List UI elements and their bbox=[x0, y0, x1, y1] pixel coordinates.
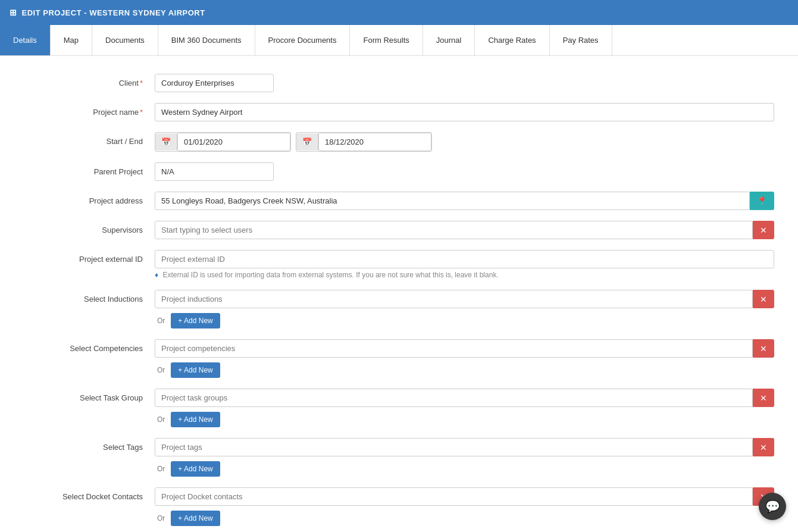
tab-pay-rates[interactable]: Pay Rates bbox=[550, 25, 612, 55]
chat-icon: 💬 bbox=[765, 499, 780, 514]
tab-documents[interactable]: Documents bbox=[92, 25, 158, 55]
end-date-input[interactable] bbox=[318, 133, 431, 151]
competencies-add-new-button[interactable]: + Add New bbox=[171, 362, 220, 378]
tags-input[interactable] bbox=[155, 438, 753, 456]
tags-control: ✕ Or + Add New bbox=[155, 438, 774, 477]
docket-contacts-select-wrap: ✕ bbox=[155, 487, 774, 506]
parent-project-control bbox=[155, 162, 774, 181]
select-task-group-row: Select Task Group ✕ Or + Add New bbox=[24, 389, 774, 427]
supervisors-row: Supervisors ✕ bbox=[24, 221, 774, 239]
task-group-input[interactable] bbox=[155, 389, 753, 407]
tags-clear-button[interactable]: ✕ bbox=[753, 438, 774, 456]
project-external-id-label: Project external ID bbox=[24, 250, 155, 264]
tab-details[interactable]: Details bbox=[0, 25, 51, 55]
info-icon: ♦ bbox=[155, 271, 158, 279]
supervisors-select-wrap: ✕ bbox=[155, 221, 774, 239]
inductions-clear-button[interactable]: ✕ bbox=[753, 290, 774, 308]
select-inductions-row: Select Inductions ✕ Or + Add New bbox=[24, 290, 774, 328]
competencies-or-text: Or bbox=[157, 366, 165, 374]
select-docket-contacts-row: Select Docket Contacts ✕ Or + Add New bbox=[24, 487, 774, 526]
project-external-id-input[interactable] bbox=[155, 250, 774, 268]
task-group-select-wrap: ✕ bbox=[155, 389, 774, 407]
tab-form-results[interactable]: Form Results bbox=[350, 25, 423, 55]
tags-or-text: Or bbox=[157, 465, 165, 473]
tags-add-row: Or + Add New bbox=[155, 461, 774, 477]
competencies-add-row: Or + Add New bbox=[155, 362, 774, 378]
parent-project-row: Parent Project bbox=[24, 162, 774, 181]
header-title: EDIT PROJECT - WESTERN SYDNEY AIRPORT bbox=[22, 8, 205, 17]
docket-contacts-add-row: Or + Add New bbox=[155, 511, 774, 526]
inductions-or-text: Or bbox=[157, 317, 165, 325]
tags-select-wrap: ✕ bbox=[155, 438, 774, 456]
project-address-input[interactable] bbox=[155, 192, 750, 210]
client-row: Client* bbox=[24, 74, 774, 92]
project-external-id-row: Project external ID ♦ External ID is use… bbox=[24, 250, 774, 279]
start-date-input[interactable] bbox=[177, 133, 290, 151]
supervisors-clear-button[interactable]: ✕ bbox=[753, 221, 774, 239]
inductions-input[interactable] bbox=[155, 290, 753, 308]
end-date-icon-btn[interactable]: 📅 bbox=[296, 133, 318, 151]
supervisors-control: ✕ bbox=[155, 221, 774, 239]
main-content: Client* Project name* Start / End 📅 📅 bbox=[0, 56, 798, 532]
start-end-control: 📅 📅 bbox=[155, 132, 774, 152]
task-group-control: ✕ Or + Add New bbox=[155, 389, 774, 427]
grid-icon: ⊞ bbox=[10, 8, 17, 17]
select-competencies-row: Select Competencies ✕ Or + Add New bbox=[24, 339, 774, 378]
external-id-help: ♦ External ID is used for importing data… bbox=[155, 271, 774, 279]
select-inductions-label: Select Inductions bbox=[24, 290, 155, 303]
select-task-group-label: Select Task Group bbox=[24, 389, 155, 402]
tab-bim360[interactable]: BIM 360 Documents bbox=[158, 25, 255, 55]
task-group-clear-button[interactable]: ✕ bbox=[753, 389, 774, 407]
select-tags-label: Select Tags bbox=[24, 438, 155, 452]
end-date-wrap: 📅 bbox=[296, 132, 432, 152]
supervisors-input[interactable] bbox=[155, 221, 753, 239]
tab-bar: Details Map Documents BIM 360 Documents … bbox=[0, 25, 798, 56]
start-end-label: Start / End bbox=[24, 132, 155, 146]
inductions-control: ✕ Or + Add New bbox=[155, 290, 774, 328]
select-tags-row: Select Tags ✕ Or + Add New bbox=[24, 438, 774, 477]
start-date-icon-btn[interactable]: 📅 bbox=[155, 133, 177, 151]
app-header: ⊞ EDIT PROJECT - WESTERN SYDNEY AIRPORT bbox=[0, 0, 798, 25]
docket-contacts-input[interactable] bbox=[155, 487, 753, 506]
tags-add-new-button[interactable]: + Add New bbox=[171, 461, 220, 477]
select-docket-contacts-label: Select Docket Contacts bbox=[24, 487, 155, 501]
competencies-clear-button[interactable]: ✕ bbox=[753, 339, 774, 358]
project-name-label: Project name* bbox=[24, 103, 155, 117]
docket-contacts-control: ✕ Or + Add New bbox=[155, 487, 774, 526]
start-date-wrap: 📅 bbox=[155, 132, 291, 152]
tab-journal[interactable]: Journal bbox=[423, 25, 475, 55]
inductions-add-new-button[interactable]: + Add New bbox=[171, 313, 220, 328]
docket-contacts-or-text: Or bbox=[157, 514, 165, 522]
parent-project-label: Parent Project bbox=[24, 162, 155, 176]
supervisors-label: Supervisors bbox=[24, 221, 155, 234]
project-name-input[interactable] bbox=[155, 103, 774, 121]
task-group-add-new-button[interactable]: + Add New bbox=[171, 412, 220, 427]
start-end-row: Start / End 📅 📅 bbox=[24, 132, 774, 152]
tab-map[interactable]: Map bbox=[51, 25, 92, 55]
parent-project-input[interactable] bbox=[155, 162, 274, 181]
competencies-select-wrap: ✕ bbox=[155, 339, 774, 358]
map-pin-button[interactable]: 📍 bbox=[750, 192, 774, 210]
competencies-control: ✕ Or + Add New bbox=[155, 339, 774, 378]
client-required: * bbox=[140, 79, 143, 87]
tab-procore[interactable]: Procore Documents bbox=[255, 25, 351, 55]
project-address-control: 📍 bbox=[155, 192, 774, 210]
inductions-select-wrap: ✕ bbox=[155, 290, 774, 308]
client-label: Client* bbox=[24, 74, 155, 87]
client-input[interactable] bbox=[155, 74, 274, 92]
external-id-control: ♦ External ID is used for importing data… bbox=[155, 250, 774, 279]
chat-widget[interactable]: 💬 bbox=[759, 493, 786, 520]
client-control bbox=[155, 74, 774, 92]
task-group-or-text: Or bbox=[157, 415, 165, 424]
docket-contacts-add-new-button[interactable]: + Add New bbox=[171, 511, 220, 526]
address-wrap: 📍 bbox=[155, 192, 774, 210]
tab-charge-rates[interactable]: Charge Rates bbox=[475, 25, 549, 55]
project-address-label: Project address bbox=[24, 192, 155, 205]
task-group-add-row: Or + Add New bbox=[155, 412, 774, 427]
select-competencies-label: Select Competencies bbox=[24, 339, 155, 353]
project-name-control bbox=[155, 103, 774, 121]
inductions-add-row: Or + Add New bbox=[155, 313, 774, 328]
competencies-input[interactable] bbox=[155, 339, 753, 358]
project-address-row: Project address 📍 bbox=[24, 192, 774, 210]
project-name-row: Project name* bbox=[24, 103, 774, 121]
